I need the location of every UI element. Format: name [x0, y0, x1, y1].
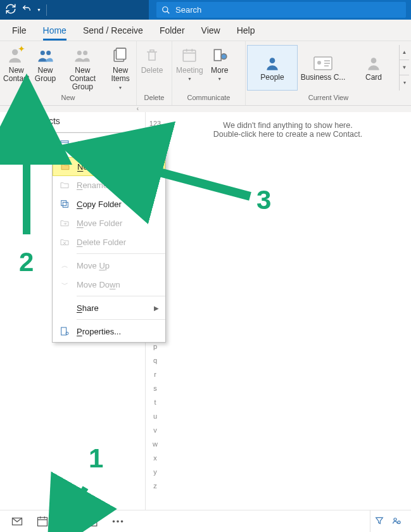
sync-icon[interactable]	[5, 3, 16, 16]
svg-point-11	[270, 58, 275, 63]
search-icon	[161, 6, 170, 15]
filter-icon[interactable]	[374, 516, 384, 528]
new-items-label-2: Items	[111, 74, 129, 83]
svg-point-25	[398, 521, 400, 523]
tab-view[interactable]: View	[193, 20, 229, 41]
tab-file[interactable]: File	[4, 20, 35, 41]
tab-home[interactable]: Home	[35, 20, 75, 41]
collapse-caret-icon[interactable]: ‹	[137, 105, 139, 112]
svg-point-5	[83, 51, 87, 55]
new-contact-button[interactable]: ✦ New Contact	[1, 42, 32, 94]
svg-rect-19	[38, 517, 47, 526]
svg-point-2	[40, 51, 44, 55]
move-folder-icon	[59, 217, 70, 229]
svg-rect-9	[214, 49, 221, 60]
alpha-index-item[interactable]: u	[153, 412, 157, 420]
ctx-properties[interactable]: Properties...	[53, 322, 165, 341]
gallery-down-icon[interactable]: ▼	[400, 60, 409, 75]
ctx-separator	[77, 319, 165, 320]
contacts-folder[interactable]: Contacts	[5, 130, 49, 143]
ribbon-group-new: ✦ New Contact New Group New Contact Grou…	[0, 41, 137, 105]
alpha-index-item[interactable]: q	[153, 357, 157, 364]
my-contacts-label: My Contacts	[11, 116, 60, 126]
alpha-index-item[interactable]: r	[154, 370, 156, 378]
ribbon-group-currentview-label: Current View	[246, 94, 411, 105]
properties-icon	[59, 326, 70, 337]
tasks-nav-button[interactable]	[81, 512, 105, 531]
empty-msg-1: We didn't find anything to show here.	[171, 121, 405, 130]
svg-point-13	[317, 61, 321, 65]
alpha-index-item[interactable]: s	[153, 384, 157, 392]
contact-card-icon[interactable]	[391, 516, 402, 528]
mail-nav-button[interactable]	[5, 512, 29, 531]
search-wrap	[149, 0, 411, 20]
qat-separator	[46, 4, 47, 16]
more-button[interactable]: More ▼	[206, 42, 234, 94]
qat-dropdown-icon[interactable]: ▼	[37, 8, 41, 12]
search-box[interactable]	[156, 2, 406, 18]
ribbon-group-communicate: Meeting ▼ More ▼ Communicate	[172, 41, 246, 105]
svg-rect-28	[63, 202, 68, 207]
new-group-button[interactable]: New Group	[32, 42, 60, 94]
alpha-index-item[interactable]: 123	[149, 120, 161, 127]
alpha-index-item[interactable]: p	[153, 343, 157, 350]
svg-rect-8	[184, 50, 196, 61]
ribbon: ✦ New Contact New Group New Contact Grou…	[0, 41, 411, 106]
gallery-more-icon[interactable]: ▾	[400, 75, 409, 90]
status-icons	[370, 510, 406, 532]
search-input[interactable]	[175, 5, 401, 15]
tab-folder[interactable]: Folder	[151, 20, 193, 41]
svg-point-4	[77, 51, 82, 55]
ctx-move-down: ﹀ Move Down	[53, 275, 165, 294]
view-people[interactable]: People	[247, 45, 298, 91]
view-card-label: Card	[365, 73, 382, 82]
delete-folder-icon	[59, 236, 70, 248]
new-contact-group-button[interactable]: New Contact Group	[60, 42, 106, 94]
gallery-up-icon[interactable]: ▲	[400, 45, 409, 60]
svg-rect-26	[61, 141, 68, 146]
people-nav-button[interactable]	[56, 512, 80, 531]
rename-icon	[59, 179, 70, 191]
svg-point-10	[221, 54, 227, 60]
new-items-button[interactable]: New Items ▼	[106, 42, 135, 94]
alpha-index-item[interactable]: v	[153, 426, 157, 434]
svg-rect-27	[61, 201, 66, 206]
ctx-open-new-window[interactable]: Open in New Window	[53, 134, 165, 153]
ribbon-group-communicate-label: Communicate	[172, 94, 245, 105]
alpha-index-item[interactable]: z	[153, 482, 157, 490]
svg-rect-7	[117, 48, 126, 59]
ctx-share[interactable]: Share ▶	[53, 298, 165, 317]
folder-add-icon	[60, 161, 71, 172]
gallery-scroll[interactable]: ▲ ▼ ▾	[399, 45, 409, 91]
alpha-index-item[interactable]: w	[153, 440, 158, 448]
alpha-index-item[interactable]: y	[153, 468, 157, 476]
view-card[interactable]: Card	[348, 45, 399, 91]
chevron-down-icon: ▾	[5, 118, 8, 124]
ctx-separator	[77, 296, 165, 296]
dropdown-icon: ▼	[187, 75, 192, 83]
ctx-copy-folder[interactable]: Copy Folder	[53, 194, 165, 213]
svg-point-17	[371, 58, 377, 63]
main-pane[interactable]: We didn't find anything to show here. Do…	[165, 112, 411, 510]
svg-point-0	[163, 6, 168, 11]
svg-point-20	[64, 518, 68, 522]
alpha-index-item[interactable]: t	[154, 398, 156, 406]
ribbon-group-current-view: People Business C... Card ▲ ▼ ▾ Current …	[246, 41, 411, 105]
my-contacts-header[interactable]: ▾ My Contacts	[5, 116, 140, 126]
alpha-index-item[interactable]: x	[153, 454, 157, 462]
tab-send-receive[interactable]: Send / Receive	[75, 20, 151, 41]
dropdown-icon: ▼	[118, 86, 123, 90]
view-business-card[interactable]: Business C...	[298, 45, 348, 91]
copy-folder-icon	[59, 198, 70, 210]
new-cgroup-label-2: Group	[72, 83, 93, 91]
calendar-nav-button[interactable]	[30, 512, 54, 531]
tab-help[interactable]: Help	[229, 20, 263, 41]
more-nav-button[interactable]: •••	[106, 512, 130, 531]
meeting-label: Meeting	[176, 66, 203, 75]
quick-access-toolbar: ▼	[0, 0, 149, 20]
window-icon	[59, 138, 70, 149]
undo-icon[interactable]	[22, 4, 32, 16]
new-group-label-2: Group	[35, 75, 56, 83]
ctx-delete-folder: Delete Folder	[53, 232, 165, 251]
svg-point-1	[12, 49, 18, 55]
